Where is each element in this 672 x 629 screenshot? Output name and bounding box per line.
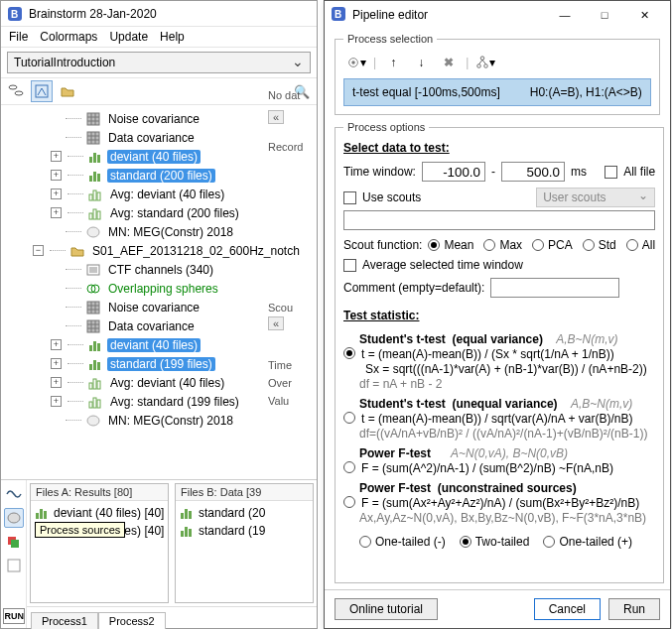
tab-process2[interactable]: Process2: [98, 612, 166, 629]
selected-process-row[interactable]: t-test equal [-100ms,500ms] H0:(A=B), H1…: [343, 78, 651, 106]
maximize-icon[interactable]: □: [585, 3, 624, 27]
menu-file[interactable]: File: [9, 30, 28, 44]
stat-radio[interactable]: [343, 496, 355, 508]
tail-option[interactable]: One-tailed (+): [543, 535, 632, 549]
radio-icon[interactable]: [428, 239, 440, 251]
hist-icon: [179, 505, 195, 521]
svg-rect-43: [40, 509, 43, 519]
menu-help[interactable]: Help: [160, 30, 185, 44]
expand-icon[interactable]: +: [51, 377, 62, 388]
files-a-body[interactable]: deviant (40 files) [40]deviant (40 files…: [31, 501, 168, 602]
tool-brain-icon[interactable]: [4, 508, 24, 528]
tree-row[interactable]: +standard (200 files): [5, 166, 313, 185]
user-scouts-dropdown[interactable]: User scouts: [536, 188, 655, 207]
svg-rect-36: [97, 400, 100, 408]
stat-radio[interactable]: [343, 412, 355, 424]
pipeline-editor-window: B Pipeline editor — □ ✕ Process selectio…: [324, 0, 671, 629]
tree-row[interactable]: CTF channels (340): [5, 260, 313, 279]
svg-rect-18: [97, 211, 100, 219]
radio-icon[interactable]: [483, 239, 495, 251]
stat-radio[interactable]: [343, 347, 355, 359]
move-down-icon[interactable]: ↓: [410, 53, 432, 72]
scout-fn-max[interactable]: Max: [483, 238, 522, 252]
radio-icon[interactable]: [359, 536, 371, 548]
expand-icon[interactable]: +: [51, 170, 62, 181]
time-to-input[interactable]: [501, 162, 565, 182]
tree-row[interactable]: +Avg: standard (200 files): [5, 203, 313, 222]
expand-icon[interactable]: +: [51, 339, 62, 350]
tree-row[interactable]: +Avg: deviant (40 files): [5, 185, 313, 203]
toolbar-func-icon[interactable]: [31, 80, 53, 102]
avg-time-window-checkbox[interactable]: [343, 259, 356, 272]
toolbar-db-icon[interactable]: [5, 80, 27, 102]
tree-row[interactable]: Noise covariance: [5, 298, 313, 316]
collapse-icon[interactable]: −: [33, 245, 44, 256]
tree-row[interactable]: +Avg: standard (199 files): [5, 392, 313, 411]
close-icon[interactable]: ✕: [624, 3, 664, 27]
list-item[interactable]: standard (19: [179, 522, 310, 540]
svg-point-2: [9, 85, 17, 89]
stat-radio[interactable]: [343, 461, 355, 473]
radio-icon[interactable]: [543, 536, 555, 548]
protocol-combo[interactable]: TutorialIntroduction: [7, 52, 311, 73]
main-titlebar: B Brainstorm 28-Jan-2020: [1, 1, 317, 27]
svg-rect-27: [97, 343, 100, 351]
tail-option[interactable]: Two-tailed: [460, 535, 530, 549]
online-tutorial-button[interactable]: Online tutorial: [335, 598, 438, 620]
menu-update[interactable]: Update: [109, 30, 148, 44]
tree-label: deviant (40 files): [107, 338, 201, 352]
use-scouts-checkbox[interactable]: [343, 191, 356, 204]
tree-row[interactable]: Data covariance: [5, 316, 313, 335]
list-item[interactable]: deviant (40 files) [40]: [34, 504, 165, 522]
minimize-icon[interactable]: —: [545, 3, 585, 27]
scouts-text-input[interactable]: [343, 210, 655, 230]
toolbar-folder-icon[interactable]: [57, 80, 78, 102]
expand-icon[interactable]: +: [51, 207, 62, 218]
tree-row[interactable]: Data covariance: [5, 128, 313, 147]
tool-blank-icon[interactable]: [4, 556, 24, 575]
radio-icon[interactable]: [583, 239, 595, 251]
tree-row[interactable]: Noise covariance: [5, 109, 313, 128]
tail-option[interactable]: One-tailed (-): [359, 535, 446, 549]
tree-row[interactable]: +Avg: deviant (40 files): [5, 373, 313, 392]
tab-process1[interactable]: Process1: [31, 612, 98, 629]
tool-layers-icon[interactable]: [4, 532, 24, 552]
tree-row[interactable]: −S01_AEF_20131218_02_600Hz_notch: [5, 241, 313, 260]
svg-rect-7: [89, 157, 92, 163]
tree-row[interactable]: MN: MEG(Constr) 2018: [5, 411, 313, 430]
cancel-button[interactable]: Cancel: [534, 598, 601, 620]
tree-row[interactable]: +standard (199 files): [5, 354, 313, 373]
expand-icon[interactable]: +: [51, 358, 62, 369]
time-from-input[interactable]: [422, 162, 485, 182]
delete-icon[interactable]: ✖: [438, 53, 460, 72]
move-up-icon[interactable]: ↑: [382, 53, 404, 72]
run-button-modal[interactable]: Run: [608, 598, 660, 620]
svg-rect-24: [87, 320, 99, 332]
pipeline-tree-icon[interactable]: ▾: [474, 53, 496, 72]
svg-rect-17: [93, 209, 96, 219]
tree-row[interactable]: Overlapping spheres: [5, 279, 313, 298]
scout-fn-std[interactable]: Std: [583, 238, 616, 252]
radio-label: Two-tailed: [475, 535, 530, 549]
tree-row[interactable]: +deviant (40 files): [5, 147, 313, 166]
scout-fn-mean[interactable]: Mean: [428, 238, 473, 252]
gear-icon[interactable]: ▾: [345, 53, 367, 72]
scout-fn-pca[interactable]: PCA: [532, 238, 573, 252]
run-button[interactable]: RUN: [3, 608, 25, 624]
menu-colormaps[interactable]: Colormaps: [40, 30, 97, 44]
scout-fn-all[interactable]: All: [626, 238, 655, 252]
list-item[interactable]: standard (20: [179, 504, 310, 522]
expand-icon[interactable]: +: [51, 151, 62, 162]
files-b-body[interactable]: standard (20standard (19: [176, 501, 313, 602]
expand-icon[interactable]: +: [51, 189, 62, 199]
radio-icon[interactable]: [626, 239, 638, 251]
tree-row[interactable]: +deviant (40 files): [5, 335, 313, 354]
expand-icon[interactable]: +: [51, 396, 62, 407]
comment-input[interactable]: [490, 278, 619, 298]
radio-icon[interactable]: [532, 239, 544, 251]
radio-icon[interactable]: [460, 536, 471, 548]
tool-signal-icon[interactable]: [4, 484, 24, 504]
all-file-checkbox[interactable]: [605, 166, 617, 179]
list-item-label: standard (20: [199, 506, 265, 520]
tree-row[interactable]: MN: MEG(Constr) 2018: [5, 222, 313, 241]
